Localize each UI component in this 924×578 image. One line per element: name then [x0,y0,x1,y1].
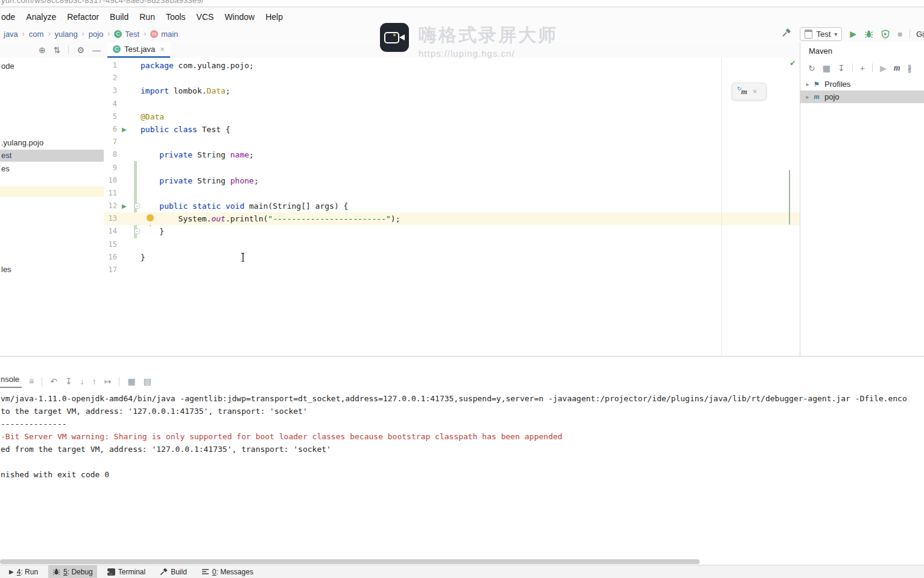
toolbar-separator [852,63,853,72]
console-settings-icon[interactable]: ▤ [144,376,151,386]
code-line: 8 private String name; [104,148,800,161]
breadcrumb-item-yulang[interactable]: yulang [53,30,78,39]
console-line: -Bit Server VM warning: Sharing is only … [1,430,924,443]
menu-item-help[interactable]: Help [260,10,288,24]
layout-settings-icon[interactable]: ≡ [29,376,34,386]
run-gutter-icon[interactable]: ▶ [122,123,127,136]
run-config-selector[interactable]: Test ▾ [800,27,842,41]
tab-test-java[interactable]: C Test.java × [107,42,170,58]
debug-button-icon[interactable] [864,30,873,39]
menu-item-refactor[interactable]: Refactor [62,10,104,24]
run-controls: Test ▾ ▶ ■ Gi [782,26,924,42]
up-icon[interactable]: ↑ [92,376,97,386]
chevron-right-icon[interactable]: ▸ [803,94,812,100]
menu-bar: odeAnalyzeRefactorBuildRunToolsVCSWindow… [0,7,924,26]
up-the-stack-trace-icon[interactable]: ↶ [50,376,57,386]
maven-tree-item-pojo[interactable]: ▸mpojo [800,91,924,103]
code-line: 3import lombok.Data; [104,84,800,97]
menu-item-window[interactable]: Window [219,10,260,24]
scroll-to-end-icon[interactable]: ↧ [65,376,72,386]
line-number: 13 [104,212,117,225]
add-maven-project-icon[interactable]: + [860,63,865,73]
project-item[interactable]: est [0,150,104,162]
horizontal-scrollbar[interactable] [0,559,800,564]
editor[interactable]: 1package com.yulang.pojo;23import lombok… [104,58,800,356]
menu-item-run[interactable]: Run [134,10,160,24]
hide-panel-icon[interactable]: — [92,45,101,55]
breadcrumb-item-java[interactable]: java [2,30,19,39]
toolwindow-button-build[interactable]: Build [156,565,191,578]
menu-item-vcs[interactable]: VCS [191,10,220,24]
close-icon[interactable]: × [160,45,165,54]
line-number: 17 [104,264,117,276]
tab-console[interactable]: nsole [0,375,22,388]
maven-toolbar: ↻▦↧+▶m∦ [800,60,924,75]
breadcrumb-item-com[interactable]: com [28,30,45,39]
breadcrumb-separator: › [19,30,28,38]
line-number: 15 [104,238,117,251]
reimport-maven-icon[interactable]: ↻ [808,63,815,73]
run-button-icon[interactable]: ▶ [850,29,856,39]
settings-gear-icon[interactable]: ⚙ [77,45,84,55]
project-panel[interactable]: ode.yulang.pojoestesles [0,58,104,356]
chevron-right-icon[interactable]: ▸ [803,81,812,87]
editor-code-area[interactable]: 1package com.yulang.pojo;23import lombok… [104,59,800,276]
project-panel-toolbar: ⊕⇅⚙— [39,42,101,58]
line-number: 7 [104,136,117,148]
breadcrumb-item-test[interactable]: CTest [113,30,141,39]
console-line: vm/java-1.11.0-openjdk-amd64/bin/java -a… [1,392,924,405]
project-item[interactable]: es [0,163,104,175]
toolbar-separator [68,45,69,54]
scrollbar-change-mark [789,170,790,224]
to-cursor-icon[interactable]: ↦ [104,376,112,386]
code-line: 11 [104,187,800,200]
generate-sources-icon[interactable]: ▦ [823,63,831,73]
maven-reload-icon[interactable]: m [741,87,747,97]
menu-item-ode[interactable]: ode [0,10,21,24]
git-widget-fragment[interactable]: Gi [916,30,924,39]
down-the-stack-trace-icon[interactable]: ↓ [80,376,84,386]
breadcrumb-item-pojo[interactable]: pojo [87,30,105,39]
toolwindow-label: Terminal [118,568,145,576]
debug-icon [52,568,60,576]
run-gutter-icon[interactable]: ▶ [122,200,127,212]
locate-icon[interactable]: ⊕ [39,45,46,55]
breadcrumb-separator: › [79,30,87,38]
toolwindow-label: 4: Run [17,568,38,576]
toolwindow-label: 5: Debug [63,568,93,576]
toolwindow-button-messages[interactable]: 0: Messages [197,565,258,578]
scrollbar-thumb[interactable] [0,559,700,564]
toolbar-separator [872,63,873,72]
ide-window: yun.com/ws/8cc89b3c-8317-49c4-8ae5-8d238… [0,0,924,578]
code-line: 17 [104,264,800,276]
project-item[interactable]: .yulang.pojo [0,137,104,149]
soft-wrap-icon[interactable]: ▦ [127,376,135,386]
execute-maven-goal-icon[interactable]: m [894,63,900,73]
console-line: nished with exit code 0 [1,468,924,481]
project-item[interactable]: les [0,264,104,276]
maven-reload-widget[interactable]: m ↻ × [732,83,767,100]
code-line: 4 [104,98,800,110]
toolwindow-button-terminal[interactable]: ▸_Terminal [103,565,150,578]
toolwindow-label: 0: Messages [212,568,253,576]
menu-item-build[interactable]: Build [104,10,134,24]
menu-item-analyze[interactable]: Analyze [21,10,62,24]
skip-tests-icon[interactable]: ∦ [908,63,912,73]
menu-item-tools[interactable]: Tools [160,10,191,24]
project-item[interactable]: ode [0,60,104,72]
fold-icon[interactable]: − [134,203,140,209]
maven-panel: Maven ↻▦↧+▶m∦ ▸⚑Profiles▸mpojo [800,42,924,356]
run-with-coverage-icon[interactable] [881,30,890,39]
collapse-all-icon[interactable]: ⇅ [54,45,61,55]
run-maven-build-icon[interactable]: ▶ [880,63,887,73]
breadcrumb-item-main[interactable]: mmain [149,30,179,39]
toolwindow-button-debug[interactable]: 5: Debug [48,565,97,578]
line-number: 9 [104,162,117,174]
fold-icon[interactable]: − [134,229,140,234]
stop-button-icon[interactable]: ■ [897,30,902,39]
toolwindow-button-run[interactable]: ▶4: Run [5,565,42,578]
download-sources-icon[interactable]: ↧ [838,63,845,73]
maven-tree-item-profiles[interactable]: ▸⚑Profiles [800,78,924,91]
build-project-icon[interactable] [782,28,791,40]
close-icon[interactable]: × [753,87,758,96]
